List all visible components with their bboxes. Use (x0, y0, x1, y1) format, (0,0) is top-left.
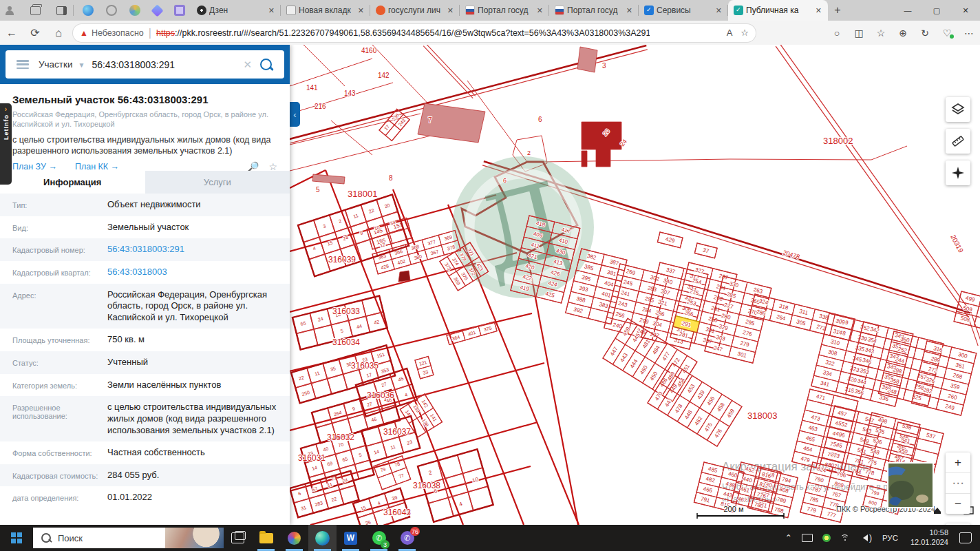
search-bar[interactable]: Участки ▼ 56:43:0318003:291 ✕ (6, 50, 284, 79)
tab-services[interactable]: Услуги (145, 171, 290, 194)
window-controls: —▢✕ (893, 0, 980, 21)
measure-button[interactable] (946, 129, 970, 154)
layers-button[interactable] (946, 97, 970, 122)
layers-icon (951, 103, 965, 116)
favorites-icon[interactable]: ☆ (870, 28, 892, 39)
quarter-label: 6 (538, 116, 542, 123)
scale-label: 200 м (724, 505, 744, 513)
edge-taskbar-button[interactable] (308, 525, 337, 551)
display-tray-icon[interactable] (802, 534, 813, 542)
zoom-in-button[interactable]: + (946, 453, 970, 472)
viber-taskbar-button[interactable]: ✆76 (393, 525, 421, 551)
history-icon[interactable]: ↻ (914, 28, 936, 39)
home-icon[interactable]: ⌂ (47, 27, 70, 39)
close-button[interactable]: ✕ (951, 0, 980, 21)
url-field[interactable]: ▲ Небезопасно | https ://pkk.rosreestr.r… (73, 24, 756, 42)
zoom-more-button[interactable]: ⋯ (946, 472, 970, 493)
tray-expand-icon[interactable]: ⌃ (785, 533, 792, 543)
copilot-icon[interactable]: ○ (826, 28, 848, 39)
reload-icon[interactable]: ⟳ (23, 26, 47, 39)
cadastral-map[interactable]: ДАккредитация закончиласьЧтобы активиров… (290, 45, 980, 525)
attribute-value: Учтенный (100, 357, 281, 368)
time: 10:58 (910, 528, 948, 538)
quarter-label: 216 (315, 103, 326, 110)
attribute-value: 750 кв. м (100, 334, 281, 346)
attribute-row: Кадастровая стоимость:284 055 руб. (0, 464, 290, 487)
chevron-down-icon[interactable]: ▼ (78, 61, 85, 69)
close-tab-icon[interactable]: ✕ (445, 6, 456, 16)
file-explorer-taskbar-button[interactable] (252, 525, 280, 551)
clear-search-icon[interactable]: ✕ (243, 59, 252, 71)
workspace-gray-icon[interactable] (106, 5, 117, 16)
satellite-layer-thumbnail[interactable] (888, 463, 933, 508)
tab-information[interactable]: Информация (0, 171, 145, 194)
quarter-label: 7 (428, 116, 432, 124)
antivirus-tray-icon[interactable] (822, 534, 831, 542)
close-tab-icon[interactable]: ✕ (813, 6, 824, 16)
workspace-gem-icon[interactable] (151, 4, 163, 17)
browser-tab-5[interactable]: Портал госуд✕ (549, 0, 639, 21)
plan-zu-link[interactable]: План ЗУ → (12, 162, 57, 171)
taskbar-search[interactable]: Поиск (33, 528, 224, 548)
close-tab-icon[interactable]: ✕ (356, 6, 366, 16)
back-icon[interactable]: ← (0, 27, 23, 39)
search-highlight-photo[interactable] (165, 528, 224, 548)
search-input[interactable]: 56:43:0318003:291 (92, 59, 235, 70)
system-tray: ⌃ ) РУС 10:58 12.01.2024 (780, 525, 980, 551)
language-indicator[interactable]: РУС (882, 534, 898, 542)
plan-kk-link[interactable]: План КК → (75, 162, 119, 171)
menu-icon[interactable] (17, 60, 29, 69)
attribute-value: Земельный участок (100, 222, 281, 233)
workspace-blue-icon[interactable] (83, 5, 94, 16)
letinfo-extension-tab[interactable]: › LetInfo (0, 103, 12, 185)
profile-icon[interactable] (0, 1, 18, 19)
workspace-sync-icon[interactable] (129, 5, 140, 16)
search-category-select[interactable]: Участки (39, 59, 73, 70)
start-button[interactable] (0, 525, 33, 551)
workspace-apps-icon[interactable] (174, 5, 185, 16)
volume-icon[interactable]: ) (860, 533, 872, 543)
browser-tab-6[interactable]: Сервисы✕ (639, 0, 728, 21)
notification-center-icon[interactable] (959, 532, 972, 543)
new-tab-button[interactable]: + (828, 2, 847, 19)
attribute-label: Площадь уточненная: (0, 334, 100, 346)
safety-icon[interactable]: ♡ (936, 28, 958, 39)
favorite-star-icon[interactable]: ☆ (741, 28, 749, 38)
read-aloud-icon[interactable]: A (727, 28, 733, 38)
sidebar-toggle-icon[interactable] (52, 1, 70, 19)
collections-icon[interactable]: ⊕ (892, 28, 914, 39)
browser-tab-3[interactable]: госуслуги лич✕ (370, 0, 460, 21)
taskbar: Поиск W✆3✆76 ⌃ ) РУС 10:58 12.01.2024 (0, 525, 980, 551)
tab-stack-icon[interactable] (26, 1, 44, 19)
browser-tab-1[interactable]: Дзен✕ (191, 0, 281, 21)
browser-tab-4[interactable]: Портал госуд✕ (460, 0, 549, 21)
minimize-button[interactable]: — (893, 0, 922, 21)
close-tab-icon[interactable]: ✕ (714, 6, 724, 16)
more-icon[interactable]: ⋯ (958, 28, 980, 39)
search-icon[interactable] (260, 59, 272, 70)
attribute-value[interactable]: 56:43:0318003:291 (100, 244, 281, 256)
security-warning[interactable]: Небезопасно (92, 28, 144, 38)
attribute-value[interactable]: 56:43:0318003 (100, 267, 281, 278)
close-tab-icon[interactable]: ✕ (535, 6, 545, 16)
close-tab-icon[interactable]: ✕ (266, 6, 277, 16)
locate-button[interactable] (946, 160, 970, 185)
photos-taskbar-button[interactable] (280, 525, 308, 551)
compass-button[interactable] (946, 523, 970, 525)
whatsapp-taskbar-button[interactable]: ✆3 (365, 525, 393, 551)
split-screen-icon[interactable]: ◫ (848, 28, 870, 39)
word-taskbar-button[interactable]: W (337, 525, 365, 551)
task-view-button[interactable] (224, 525, 252, 551)
dzen-favicon (197, 6, 206, 15)
close-tab-icon[interactable]: ✕ (624, 6, 635, 16)
maximize-button[interactable]: ▢ (922, 0, 951, 21)
panel-collapse-button[interactable]: ‹ (290, 102, 300, 127)
browser-tab-2[interactable]: Новая вкладк✕ (281, 0, 370, 21)
wifi-icon[interactable] (840, 534, 850, 542)
date: 12.01.2024 (910, 538, 948, 548)
zoom-out-button[interactable]: − (946, 493, 970, 514)
clock[interactable]: 10:58 12.01.2024 (910, 528, 948, 548)
https-struck: https (156, 28, 175, 38)
browser-tab-7[interactable]: Публичная ка✕ (728, 0, 828, 21)
attribute-value: Российская Федерация, Оренбургская облас… (100, 289, 281, 324)
